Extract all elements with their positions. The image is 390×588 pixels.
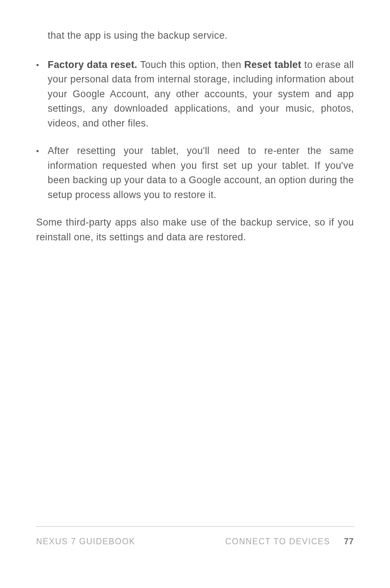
continuation-text: that the app is using the backup service…: [48, 28, 354, 43]
list-item: • Factory data reset. Touch this option,…: [36, 57, 354, 131]
closing-paragraph: Some third-party apps also make use of t…: [36, 215, 354, 244]
bullet-text: Factory data reset. Touch this option, t…: [48, 57, 354, 131]
bullet-icon: •: [36, 143, 48, 202]
bold-label: Reset tablet: [244, 59, 301, 70]
bullet-text: After resetting your tablet, you'll need…: [48, 143, 354, 202]
footer-divider: [36, 526, 354, 527]
bullet-list: • Factory data reset. Touch this option,…: [36, 57, 354, 202]
book-title: NEXUS 7 GUIDEBOOK: [36, 537, 135, 546]
page-number: 77: [344, 537, 354, 546]
page-footer: NEXUS 7 GUIDEBOOK CONNECT TO DEVICES 77: [36, 526, 354, 546]
bold-label: Factory data reset.: [48, 59, 137, 70]
section-title: CONNECT TO DEVICES: [225, 537, 330, 546]
bullet-icon: •: [36, 57, 48, 131]
footer-right: CONNECT TO DEVICES 77: [225, 537, 354, 546]
footer-row: NEXUS 7 GUIDEBOOK CONNECT TO DEVICES 77: [36, 537, 354, 546]
list-item: • After resetting your tablet, you'll ne…: [36, 143, 354, 202]
page-content: that the app is using the backup service…: [36, 28, 354, 244]
